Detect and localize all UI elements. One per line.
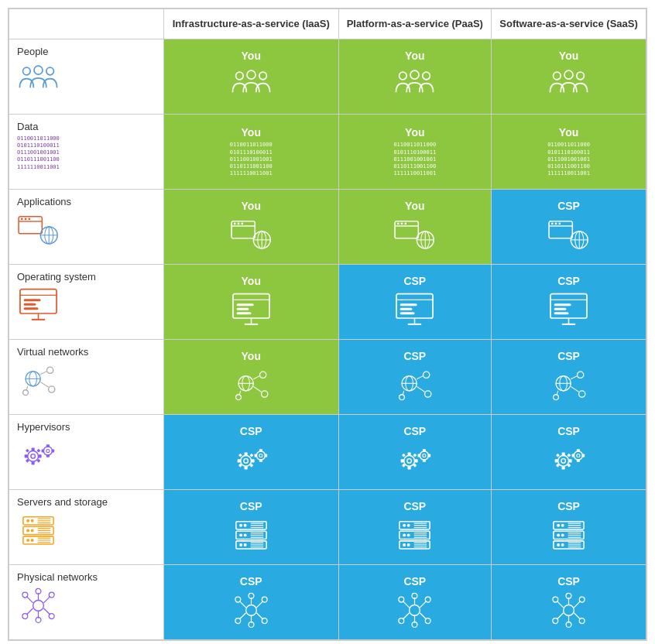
svg-point-161 bbox=[561, 459, 566, 464]
svg-rect-64 bbox=[400, 303, 417, 306]
svg-point-83 bbox=[23, 390, 29, 396]
svg-point-287 bbox=[564, 605, 574, 616]
cell-r7-c0: CSP bbox=[164, 565, 339, 640]
svg-rect-116 bbox=[25, 455, 28, 458]
cell-label-text: CSP bbox=[403, 500, 426, 512]
header-col1: Infrastructure-as-a-service (IaaS) bbox=[164, 9, 339, 39]
svg-point-213 bbox=[403, 524, 406, 527]
svg-rect-115 bbox=[32, 461, 35, 464]
svg-point-128 bbox=[241, 456, 252, 467]
cell-r3-c2: CSP bbox=[492, 265, 646, 340]
svg-point-108 bbox=[579, 391, 585, 397]
svg-point-183 bbox=[26, 529, 29, 533]
cell-r1-c0: You0110011011000010111010001101110010010… bbox=[164, 115, 339, 190]
svg-rect-57 bbox=[236, 303, 253, 306]
svg-point-90 bbox=[261, 391, 267, 397]
row-label-text: Virtual networks bbox=[17, 346, 156, 358]
cell-icon-r5-c2 bbox=[547, 440, 590, 479]
svg-point-7 bbox=[410, 70, 419, 79]
table-row: Servers and storage CSP bbox=[9, 490, 646, 565]
svg-point-144 bbox=[404, 456, 415, 467]
svg-point-4 bbox=[247, 70, 255, 79]
svg-point-232 bbox=[561, 524, 564, 527]
cell-icon-r0-c2 bbox=[547, 65, 590, 104]
svg-line-279 bbox=[420, 613, 427, 619]
svg-point-286 bbox=[399, 597, 404, 602]
svg-point-88 bbox=[259, 372, 266, 378]
svg-line-298 bbox=[557, 601, 563, 608]
svg-point-110 bbox=[554, 395, 559, 400]
cell-label-text: CSP bbox=[557, 350, 580, 362]
cell-icon-r7-c1 bbox=[393, 591, 436, 629]
cell-r6-c2: CSP bbox=[492, 490, 646, 565]
svg-point-5 bbox=[259, 72, 267, 80]
cell-label-text: You bbox=[242, 350, 261, 362]
row-label-text: Physical networks bbox=[17, 571, 156, 583]
svg-point-184 bbox=[31, 529, 34, 533]
svg-rect-166 bbox=[556, 454, 560, 457]
cell-r2-c1: You bbox=[338, 190, 492, 265]
svg-point-97 bbox=[424, 372, 430, 378]
svg-rect-125 bbox=[46, 455, 50, 457]
svg-point-42 bbox=[555, 223, 557, 225]
svg-rect-143 bbox=[264, 454, 266, 457]
cell-icon-r7-c0 bbox=[230, 591, 273, 629]
table-row: Applications You You CSP bbox=[9, 190, 646, 265]
svg-rect-117 bbox=[39, 455, 42, 458]
cell-label-text: You bbox=[405, 126, 424, 139]
header-row: Infrastructure-as-a-service (IaaS) Platf… bbox=[9, 9, 646, 39]
svg-point-190 bbox=[31, 539, 34, 542]
cell-icon-r1-c2: 0110011011000010111010001101110010010010… bbox=[547, 142, 590, 176]
row-label-text: Hypervisors bbox=[17, 421, 156, 433]
cell-icon-r6-c0 bbox=[230, 516, 273, 554]
row-label-icon-3 bbox=[17, 286, 156, 324]
svg-point-145 bbox=[407, 459, 412, 464]
svg-line-107 bbox=[571, 376, 577, 379]
svg-point-32 bbox=[397, 223, 400, 225]
svg-rect-150 bbox=[402, 454, 406, 457]
cell-icon-r4-c0 bbox=[230, 365, 273, 404]
svg-point-25 bbox=[241, 223, 243, 225]
cell-icon-r0-c0 bbox=[230, 65, 273, 104]
svg-point-252 bbox=[49, 592, 54, 598]
svg-rect-173 bbox=[577, 460, 580, 462]
cell-icon-r5-c1 bbox=[393, 440, 436, 479]
svg-rect-158 bbox=[418, 454, 420, 457]
svg-point-43 bbox=[558, 223, 561, 225]
svg-rect-156 bbox=[423, 449, 426, 451]
svg-point-201 bbox=[239, 534, 242, 537]
cell-label-text: CSP bbox=[240, 500, 262, 512]
row-label-3: Operating system bbox=[9, 265, 164, 340]
svg-point-23 bbox=[234, 223, 236, 225]
svg-point-267 bbox=[262, 618, 267, 624]
svg-point-291 bbox=[579, 597, 585, 602]
svg-rect-159 bbox=[428, 454, 430, 457]
svg-point-293 bbox=[579, 618, 585, 624]
cell-icon-r1-c0: 0110011011000010111010001101110010010010… bbox=[230, 142, 273, 176]
row-label-text: Applications bbox=[17, 196, 156, 207]
table-row: Physical networks CSP CSP bbox=[9, 565, 646, 640]
svg-rect-127 bbox=[52, 450, 54, 453]
svg-rect-142 bbox=[254, 454, 256, 457]
svg-point-106 bbox=[578, 372, 584, 378]
svg-point-16 bbox=[28, 218, 30, 221]
cell-label-text: You bbox=[242, 50, 261, 62]
svg-rect-126 bbox=[42, 450, 44, 453]
svg-line-98 bbox=[417, 376, 424, 379]
cell-r4-c2: CSP bbox=[492, 340, 646, 415]
svg-line-93 bbox=[239, 391, 240, 395]
cell-r2-c2: CSP bbox=[492, 190, 646, 265]
svg-rect-66 bbox=[400, 312, 415, 314]
cell-r0-c1: You bbox=[338, 39, 492, 115]
svg-line-89 bbox=[253, 376, 259, 379]
svg-rect-167 bbox=[567, 454, 571, 457]
svg-point-244 bbox=[561, 543, 564, 546]
cell-icon-r1-c1: 0110011011000010111010001101110010010010… bbox=[393, 142, 436, 176]
svg-point-112 bbox=[28, 451, 39, 462]
cell-icon-r4-c1 bbox=[393, 365, 436, 404]
svg-line-296 bbox=[557, 613, 563, 619]
svg-point-260 bbox=[22, 592, 28, 598]
svg-rect-71 bbox=[554, 303, 571, 306]
svg-rect-65 bbox=[400, 308, 413, 310]
svg-point-243 bbox=[557, 543, 560, 546]
